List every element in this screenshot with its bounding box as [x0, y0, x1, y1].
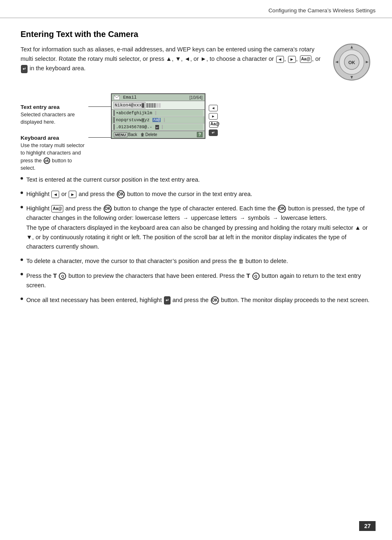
bullet-content-6: Once all text necessary has been entered… — [26, 295, 371, 305]
inline-icon-left: ◄ — [51, 191, 59, 198]
footer-delete-btn: 🗑 Delete — [141, 132, 157, 137]
bullet-dot-3 — [21, 206, 23, 208]
connector-line-1 — [88, 106, 111, 107]
ok-circle-5b: Q — [252, 272, 260, 280]
svg-text:OK: OK — [348, 60, 355, 65]
inline-aao-3: Aa@ — [51, 205, 63, 212]
t-label-2: T — [246, 272, 250, 279]
text-entry-connector — [88, 106, 111, 107]
footer-delete-label: Delete — [145, 132, 157, 137]
ok-circle-5a: Q — [59, 272, 66, 280]
footer-back-label: Back — [128, 132, 137, 137]
text-entry-desc: Selected characters are displayed here. — [21, 111, 85, 126]
text-entry-label-row: Text entry area Selected characters are … — [21, 104, 111, 126]
bullet-item-5: Press the T Q button to preview the char… — [21, 271, 371, 290]
keyboard-area-label-row: Keyboard area Use the rotary multi selec… — [21, 135, 111, 172]
ok-circle-3b: OK — [278, 205, 286, 213]
footer-back-btn: MENU Back — [114, 132, 137, 137]
bullet-content-2: Highlight ◄ or ► and press the OK button… — [26, 189, 371, 199]
help-icon: ? — [197, 132, 203, 137]
page-container: Configuring the Camera’s Wireless Settin… — [0, 0, 392, 540]
side-icon-right-arrow: ► — [209, 113, 218, 120]
ok-circle-3a: OK — [104, 205, 112, 213]
icon-aao: Aa@ — [300, 55, 312, 63]
trash-icon-4: 🗑 — [238, 258, 244, 264]
text-entry-title: Text entry area — [21, 104, 85, 110]
keyboard-row-2: nopqrstuvwXyz Aa@ — [112, 117, 205, 124]
keyboard-row-1-bg: •abcdefghijklm — [113, 110, 203, 116]
t-label-1: T — [53, 272, 57, 279]
icon-right-bracket: ► — [288, 56, 296, 63]
side-icon-aao: Aa@ — [209, 121, 218, 128]
side-icon-enter: ↵ — [209, 129, 218, 136]
bullet-content-5: Press the T Q button to preview the char… — [26, 271, 371, 290]
labels-column: Text entry area Selected characters are … — [21, 93, 111, 175]
connector-line-2 — [88, 137, 111, 138]
screen-text-entry: Nikon4@xxx — [112, 101, 205, 110]
page-header: Configuring the Camera’s Wireless Settin… — [0, 0, 392, 18]
screen-footer: MENU Back 🗑 Delete ? — [112, 131, 205, 138]
aao-highlight: Aa@ — [152, 118, 161, 122]
screens-column: Email [10/64] Nikon4@xxx — [111, 93, 219, 139]
keyboard-area-desc: Use the rotary multi selector to highlig… — [21, 142, 85, 172]
icon-left-bracket: ◄ — [276, 56, 284, 63]
inline-icon-right: ► — [69, 191, 76, 198]
header-title: Configuring the Camera’s Wireless Settin… — [268, 7, 376, 14]
bullet-item-2: Highlight ◄ or ► and press the OK button… — [21, 189, 371, 199]
menu-box: MENU — [114, 132, 127, 137]
bullet-dot-6 — [21, 298, 23, 300]
keyboard-row-2-bg: nopqrstuvwXyz Aa@ — [113, 117, 203, 123]
arrow-3: → — [273, 214, 278, 223]
text-entry-label-inner: Text entry area Selected characters are … — [21, 104, 111, 126]
ok-dial: OK — [332, 43, 371, 82]
ok-circle-6: OK — [211, 296, 219, 305]
screen-header: Email [10/64] — [112, 94, 205, 101]
enter-icon-6: ↵ — [164, 296, 171, 305]
bullet-item-4: To delete a character, move the cursor t… — [21, 256, 371, 266]
main-content: Entering Text with the Camera Text for i… — [0, 18, 392, 326]
bullet-item-3: Highlight Aa@ and press the OK button to… — [21, 204, 371, 252]
section-title: Entering Text with the Camera — [21, 30, 371, 39]
bullet-dot-2 — [21, 192, 23, 194]
keyboard-area-connector — [88, 137, 111, 138]
bullet-content-1: Text is entered at the current cursor po… — [26, 175, 371, 185]
diagram-area: Text entry area Selected characters are … — [21, 93, 371, 175]
screen-email-label: Email — [114, 95, 137, 100]
bullet-content-4: To delete a character, move the cursor t… — [26, 256, 371, 266]
bullet-list: Text is entered at the current cursor po… — [21, 175, 371, 305]
text-entry-value: Nikon4@xxx — [113, 102, 145, 108]
intro-block: Text for information such as aliases, e-… — [21, 45, 371, 82]
ok-circle-diagram: ok — [44, 157, 50, 164]
keyboard-row-1-text: •abcdefghijklm — [116, 111, 152, 115]
keyboard-area-label-text: Keyboard area Use the rotary multi selec… — [21, 135, 88, 172]
bullet-item-1: Text is entered at the current cursor po… — [21, 175, 371, 185]
bullet-item-6: Once all text necessary has been entered… — [21, 295, 371, 305]
bullet-dot-1 — [21, 177, 23, 180]
trash-icon: 🗑 — [141, 132, 145, 137]
ok-circle-2: OK — [117, 190, 125, 198]
arrow-1: → — [183, 214, 188, 223]
keyboard-row-3: .0123456789@.- ↵ — [112, 124, 205, 131]
text-entry-label-text: Text entry area Selected characters are … — [21, 104, 88, 126]
bullet-dot-4 — [21, 258, 23, 261]
bullet-dot-5 — [21, 273, 23, 275]
keyboard-area-title: Keyboard area — [21, 135, 85, 141]
keyboard-area-label-inner: Keyboard area Use the rotary multi selec… — [21, 135, 111, 172]
progress-bars — [146, 103, 161, 108]
side-icon-left-arrow: ◄ — [209, 105, 218, 111]
screen-count: [10/64] — [189, 95, 203, 100]
keyboard-row-3-text: .0123456789@.- — [116, 125, 152, 129]
bullet-1-text: Text is entered at the current cursor po… — [26, 176, 200, 183]
keyboard-row-3-bg: .0123456789@.- ↵ — [113, 124, 203, 130]
keyboard-row-1: •abcdefghijklm — [112, 110, 205, 117]
arrow-2: → — [240, 214, 245, 223]
icon-enter: ↵ — [21, 65, 28, 73]
bullet-content-3: Highlight Aa@ and press the OK button to… — [26, 204, 371, 252]
camera-screen: Email [10/64] Nikon4@xxx — [111, 93, 205, 139]
enter-key: ↵ — [155, 125, 159, 129]
page-number: 27 — [359, 521, 376, 531]
keyboard-row-2-text: nopqrstuvwXyz — [116, 118, 150, 122]
intro-text: Text for information such as aliases, e-… — [21, 45, 324, 74]
side-icons-panel: ◄ ► Aa@ ↵ — [209, 93, 219, 139]
